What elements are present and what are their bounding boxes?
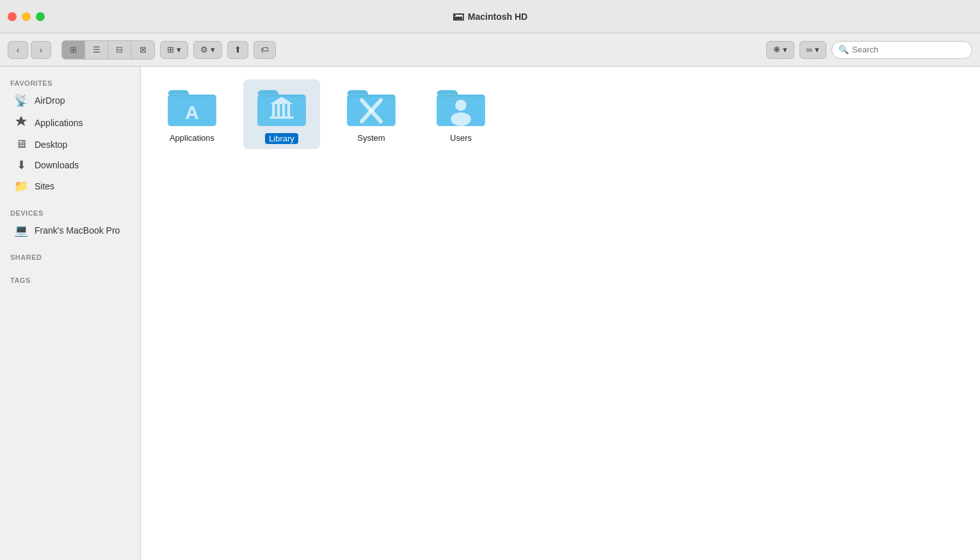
macbook-icon: 💻 (14, 223, 28, 237)
dropbox-chevron: ▾ (783, 45, 787, 54)
favorites-section-label: Favorites (0, 74, 140, 90)
folder-library[interactable]: Library (243, 79, 320, 149)
sidebar-item-applications[interactable]: Applications (4, 111, 136, 134)
downloads-icon: ⬇ (14, 158, 28, 172)
share-icon: ⬆ (234, 45, 241, 54)
sites-label: Sites (35, 181, 54, 191)
folder-applications[interactable]: A Applications (154, 79, 230, 149)
svg-text:A: A (185, 102, 199, 123)
macbook-label: Frank's MacBook Pro (35, 225, 120, 236)
back-button[interactable]: ‹ (8, 41, 28, 59)
sidebar-item-airdrop[interactable]: 📡 AirDrop (4, 90, 136, 111)
minimize-button[interactable] (22, 12, 31, 21)
system-folder-label: System (357, 133, 385, 143)
icon-grid: A Applications (154, 79, 967, 149)
users-folder-icon (435, 84, 486, 129)
sidebar: Favorites 📡 AirDrop Applications 🖥 Deskt… (0, 67, 141, 560)
icloud-chevron: ▾ (815, 45, 819, 54)
column-view-icon: ⊟ (116, 45, 123, 54)
svg-rect-6 (277, 104, 280, 116)
forward-button[interactable]: › (31, 41, 51, 59)
library-folder-icon (256, 84, 307, 129)
maximize-button[interactable] (36, 12, 45, 21)
sidebar-item-downloads[interactable]: ⬇ Downloads (4, 155, 136, 175)
window-title: 🖴 Macintosh HD (453, 10, 527, 23)
title-bar: 🖴 Macintosh HD (0, 0, 980, 33)
window-controls (8, 12, 45, 21)
search-box[interactable]: 🔍 (831, 41, 972, 59)
downloads-label: Downloads (35, 160, 79, 170)
svg-rect-10 (270, 116, 294, 119)
library-folder-label: Library (265, 133, 298, 144)
sidebar-item-desktop[interactable]: 🖥 Desktop (4, 134, 136, 154)
gallery-view-icon: ⊠ (140, 45, 147, 54)
sidebar-item-macbook[interactable]: 💻 Frank's MacBook Pro (4, 220, 136, 241)
arrange-label: ▾ (177, 45, 181, 54)
share-button[interactable]: ⬆ (227, 41, 248, 59)
tag-button[interactable]: 🏷 (253, 41, 276, 59)
gallery-view-button[interactable]: ⊠ (131, 41, 154, 59)
devices-section-label: Devices (0, 204, 140, 220)
desktop-label: Desktop (35, 140, 67, 150)
svg-rect-5 (272, 104, 275, 116)
svg-rect-8 (287, 104, 290, 116)
users-folder-label: Users (450, 133, 472, 143)
tag-icon: 🏷 (261, 45, 269, 54)
arrange-icon: ⊞ (167, 45, 174, 54)
close-button[interactable] (8, 12, 17, 21)
sidebar-item-sites[interactable]: 📁 Sites (4, 176, 136, 196)
gear-icon: ⚙ (200, 45, 208, 54)
tags-section-label: Tags (0, 271, 140, 287)
view-group: ⊞ ☰ ⊟ ⊠ (61, 40, 155, 60)
action-button[interactable]: ⚙ ▾ (193, 41, 222, 59)
list-view-button[interactable]: ☰ (85, 41, 108, 59)
svg-point-17 (455, 100, 467, 111)
search-input[interactable] (852, 45, 965, 54)
folder-users[interactable]: Users (422, 79, 499, 149)
icloud-icon: ∞ (807, 45, 812, 54)
dropbox-icon: ❋ (773, 45, 780, 54)
content-area: A Applications (141, 67, 980, 560)
airdrop-label: AirDrop (35, 95, 65, 106)
icon-view-button[interactable]: ⊞ (62, 41, 85, 59)
applications-folder-icon: A (166, 84, 218, 129)
back-icon: ‹ (17, 45, 20, 55)
svg-point-18 (451, 113, 471, 126)
applications-icon (14, 115, 28, 131)
forward-icon: › (40, 45, 43, 55)
icloud-button[interactable]: ∞ ▾ (799, 41, 826, 59)
applications-label: Applications (35, 118, 83, 128)
column-view-button[interactable]: ⊟ (108, 41, 131, 59)
action-label: ▾ (211, 45, 215, 54)
desktop-icon: 🖥 (14, 138, 28, 151)
applications-folder-label: Applications (170, 133, 214, 143)
list-view-icon: ☰ (93, 45, 100, 54)
hd-icon: 🖴 (453, 10, 464, 23)
folder-system[interactable]: System (333, 79, 410, 149)
window-title-text: Macintosh HD (468, 12, 527, 22)
airdrop-icon: 📡 (14, 93, 28, 108)
icon-view-icon: ⊞ (70, 45, 77, 54)
sites-icon: 📁 (14, 179, 28, 193)
main-layout: Favorites 📡 AirDrop Applications 🖥 Deskt… (0, 67, 980, 560)
arrange-button[interactable]: ⊞ ▾ (160, 41, 188, 59)
shared-section-label: Shared (0, 248, 140, 264)
dropbox-button[interactable]: ❋ ▾ (766, 41, 794, 59)
toolbar: ‹ › ⊞ ☰ ⊟ ⊠ ⊞ ▾ ⚙ ▾ ⬆ 🏷 ❋ ▾ (0, 33, 980, 67)
search-icon: 🔍 (839, 45, 849, 54)
nav-buttons: ‹ › (8, 41, 51, 59)
svg-rect-7 (282, 104, 285, 116)
system-folder-icon (346, 84, 397, 129)
